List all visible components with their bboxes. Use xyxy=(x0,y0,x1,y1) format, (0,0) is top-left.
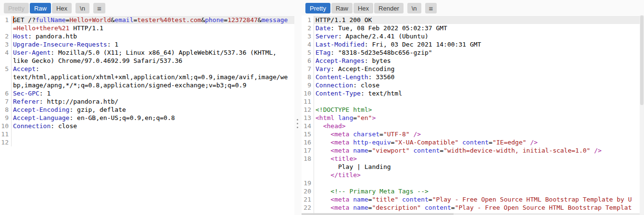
line-text: <meta name="description" content="Play -… xyxy=(314,203,644,212)
newline-toggle-button[interactable]: \n xyxy=(76,3,89,13)
code-line[interactable]: 11 xyxy=(0,130,294,138)
code-line[interactable]: Play | Landing xyxy=(302,163,644,171)
line-text: Connection: close xyxy=(12,122,294,130)
request-toolbar: Pretty Raw Hex \n ≡ xyxy=(0,0,294,15)
tab-render[interactable]: Render xyxy=(374,3,404,13)
code-line[interactable]: 19 xyxy=(302,179,644,187)
response-editor[interactable]: 1HTTP/1.1 200 OK2Date: Tue, 08 Feb 2022 … xyxy=(302,15,644,215)
response-panel: Pretty Raw Hex Render \n ≡ 1HTTP/1.1 200… xyxy=(302,0,644,215)
tab-raw[interactable]: Raw xyxy=(331,3,353,13)
panel-splitter[interactable] xyxy=(294,0,302,215)
response-toolbar: Pretty Raw Hex Render \n ≡ xyxy=(302,0,644,15)
line-number: 18 xyxy=(302,155,314,163)
line-text xyxy=(314,97,644,106)
code-line[interactable]: 4Last-Modified: Fri, 03 Dec 2021 14:00:3… xyxy=(302,40,644,48)
line-number: 17 xyxy=(302,146,314,155)
request-panel: Pretty Raw Hex \n ≡ 1GET /?fullName=Hell… xyxy=(0,0,294,215)
code-line[interactable]: 4User-Agent: Mozilla/5.0 (X11; Linux x86… xyxy=(0,48,294,57)
newline-toggle-button[interactable]: \n xyxy=(407,3,421,13)
code-line[interactable]: 10Content-Type: text/html xyxy=(302,89,644,97)
response-vertical-scrollbar[interactable] xyxy=(640,15,644,215)
code-line[interactable]: 3Server: Apache/2.4.41 (Ubuntu) xyxy=(302,32,644,40)
code-line[interactable]: 17 <meta name="viewport" content="width=… xyxy=(302,146,644,155)
request-editor[interactable]: 1GET /?fullName=Hello+World&email=tester… xyxy=(0,15,294,215)
line-number: 12 xyxy=(302,106,314,114)
code-line[interactable]: 1HTTP/1.1 200 OK xyxy=(302,16,644,24)
line-text: HTTP/1.1 200 OK xyxy=(314,16,644,24)
code-line[interactable]: 5ETag: "8318-5d23e548bc656-gzip" xyxy=(302,48,644,57)
editor-menu-button[interactable]: ≡ xyxy=(425,3,437,13)
code-line[interactable]: 2Date: Tue, 08 Feb 2022 05:02:37 GMT xyxy=(302,24,644,32)
line-number: 7 xyxy=(302,65,314,73)
line-number: 11 xyxy=(302,97,314,106)
code-line[interactable]: 7Vary: Accept-Encoding xyxy=(302,65,644,73)
scrollbar-thumb[interactable] xyxy=(302,213,454,215)
code-line[interactable]: 13<html lang="en"> xyxy=(302,114,644,122)
line-text: Host: pandora.htb xyxy=(12,32,294,40)
line-number: 12 xyxy=(0,138,12,146)
code-line[interactable]: 10Connection: close xyxy=(0,122,294,130)
code-line[interactable]: 22 <meta name="description" content="Pla… xyxy=(302,203,644,212)
line-text: <meta http-equiv="X-UA-Compatible" conte… xyxy=(314,138,644,146)
line-text xyxy=(314,179,644,187)
code-line[interactable]: 12<!DOCTYPE html> xyxy=(302,106,644,114)
line-text: </title> xyxy=(314,171,644,179)
line-text: User-Agent: Mozilla/5.0 (X11; Linux x86_… xyxy=(12,48,294,57)
code-line[interactable]: 1GET /?fullName=Hello+World&email=tester… xyxy=(0,16,294,24)
request-view-tabs: Pretty Raw Hex xyxy=(4,3,72,13)
code-line[interactable]: 16 <meta http-equiv="X-UA-Compatible" co… xyxy=(302,138,644,146)
line-number: 8 xyxy=(302,73,314,81)
code-line[interactable]: 9Accept-Language: en-GB,en-US;q=0.9,en;q… xyxy=(0,114,294,122)
line-text: <head> xyxy=(314,122,644,130)
code-line[interactable]: 5Accept: xyxy=(0,65,294,73)
code-line[interactable]: 20 <!-- Primary Meta Tags --> xyxy=(302,187,644,195)
code-line[interactable]: text/html,application/xhtml+xml,applicat… xyxy=(0,73,294,81)
line-number: 3 xyxy=(302,32,314,40)
line-number: 2 xyxy=(0,32,12,40)
code-line[interactable]: 8Accept-Encoding: gzip, deflate xyxy=(0,106,294,114)
response-horizontal-scrollbar[interactable] xyxy=(302,213,640,215)
code-line[interactable]: 15 <meta charset="UTF-8" /> xyxy=(302,130,644,138)
tab-hex[interactable]: Hex xyxy=(52,3,72,13)
code-line[interactable]: 6Sec-GPC: 1 xyxy=(0,89,294,97)
tab-hex[interactable]: Hex xyxy=(354,3,373,13)
code-line[interactable]: 8Content-Length: 33560 xyxy=(302,73,644,81)
code-line[interactable]: 12 xyxy=(0,138,294,146)
code-line[interactable]: 6Accept-Ranges: bytes xyxy=(302,57,644,65)
line-number: 10 xyxy=(0,122,12,130)
code-line[interactable]: 14 <head> xyxy=(302,122,644,130)
line-text: Play | Landing xyxy=(314,163,644,171)
splitter-grip-icon xyxy=(297,119,298,128)
line-text: Last-Modified: Fri, 03 Dec 2021 14:00:31… xyxy=(314,40,644,48)
tab-pretty[interactable]: Pretty xyxy=(4,3,29,13)
line-number: 10 xyxy=(302,89,314,97)
line-number: 16 xyxy=(302,138,314,146)
editor-menu-button[interactable]: ≡ xyxy=(93,3,105,13)
code-line[interactable]: 7Referer: http://pandora.htb/ xyxy=(0,97,294,106)
code-line[interactable]: 11 xyxy=(302,97,644,106)
code-line[interactable]: 21 <meta name="title" content="Play - Fr… xyxy=(302,195,644,203)
code-line[interactable]: 2Host: pandora.htb xyxy=(0,32,294,40)
code-line[interactable]: 9Connection: close xyxy=(302,81,644,89)
line-text: Server: Apache/2.4.41 (Ubuntu) xyxy=(314,32,644,40)
scrollbar-thumb[interactable] xyxy=(640,15,644,105)
hamburger-icon: ≡ xyxy=(97,4,101,12)
line-number: 7 xyxy=(0,97,12,106)
code-line[interactable]: =Hello+there%21 HTTP/1.1 xyxy=(0,24,294,32)
line-number xyxy=(302,163,314,171)
tab-raw[interactable]: Raw xyxy=(30,3,51,13)
line-number xyxy=(0,73,12,81)
tab-pretty[interactable]: Pretty xyxy=(305,3,330,13)
code-line[interactable]: </title> xyxy=(302,171,644,179)
line-text: text/html,application/xhtml+xml,applicat… xyxy=(12,73,294,81)
code-line[interactable]: like Gecko) Chrome/97.0.4692.99 Safari/5… xyxy=(0,57,294,65)
line-number: 4 xyxy=(302,40,314,48)
line-number xyxy=(302,171,314,179)
code-line[interactable]: 3Upgrade-Insecure-Requests: 1 xyxy=(0,40,294,48)
code-line[interactable]: 18 <title> xyxy=(302,155,644,163)
line-text: <title> xyxy=(314,155,644,163)
code-line[interactable]: bp,image/apng,*/*;q=0.8,application/sign… xyxy=(0,81,294,89)
line-text: Date: Tue, 08 Feb 2022 05:02:37 GMT xyxy=(314,24,644,32)
line-text: <!-- Primary Meta Tags --> xyxy=(314,187,644,195)
line-number xyxy=(0,24,12,32)
